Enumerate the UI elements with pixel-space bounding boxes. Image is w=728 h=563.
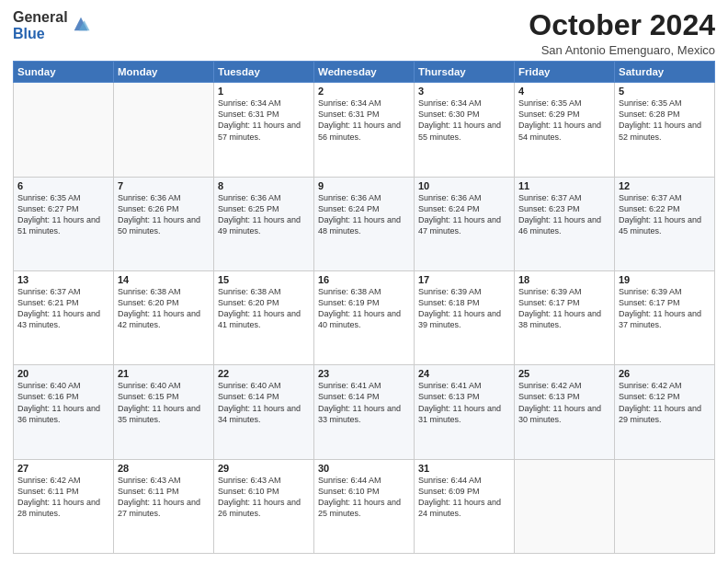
day-info: Sunrise: 6:37 AM Sunset: 6:21 PM Dayligh… [17, 286, 109, 331]
day-info: Sunrise: 6:38 AM Sunset: 6:19 PM Dayligh… [318, 286, 410, 331]
calendar-cell: 28Sunrise: 6:43 AM Sunset: 6:11 PM Dayli… [114, 459, 214, 553]
calendar-cell: 5Sunrise: 6:35 AM Sunset: 6:28 PM Daylig… [615, 83, 715, 177]
calendar-week-row: 1Sunrise: 6:34 AM Sunset: 6:31 PM Daylig… [14, 83, 715, 177]
logo-icon [71, 14, 91, 34]
day-number: 21 [118, 368, 210, 379]
day-number: 28 [118, 463, 210, 474]
logo: General Blue [13, 9, 91, 41]
day-number: 5 [619, 86, 711, 97]
calendar-cell: 4Sunrise: 6:35 AM Sunset: 6:29 PM Daylig… [515, 83, 615, 177]
day-info: Sunrise: 6:40 AM Sunset: 6:15 PM Dayligh… [118, 380, 210, 425]
day-info: Sunrise: 6:42 AM Sunset: 6:11 PM Dayligh… [17, 475, 109, 520]
calendar-cell [615, 459, 715, 553]
day-number: 10 [418, 180, 510, 191]
day-info: Sunrise: 6:36 AM Sunset: 6:24 PM Dayligh… [318, 192, 410, 237]
day-info: Sunrise: 6:34 AM Sunset: 6:30 PM Dayligh… [418, 98, 510, 143]
calendar-cell: 7Sunrise: 6:36 AM Sunset: 6:26 PM Daylig… [114, 177, 214, 270]
calendar-cell: 19Sunrise: 6:39 AM Sunset: 6:17 PM Dayli… [615, 270, 715, 364]
month-title: October 2024 [529, 9, 715, 41]
calendar-cell: 9Sunrise: 6:36 AM Sunset: 6:24 PM Daylig… [314, 177, 415, 270]
day-info: Sunrise: 6:39 AM Sunset: 6:17 PM Dayligh… [619, 286, 711, 331]
day-info: Sunrise: 6:38 AM Sunset: 6:20 PM Dayligh… [118, 286, 210, 331]
calendar-cell: 22Sunrise: 6:40 AM Sunset: 6:14 PM Dayli… [214, 365, 314, 459]
weekday-header: Saturday [615, 62, 715, 83]
day-number: 9 [318, 180, 410, 191]
day-number: 31 [418, 463, 510, 474]
day-info: Sunrise: 6:40 AM Sunset: 6:16 PM Dayligh… [17, 380, 109, 425]
day-info: Sunrise: 6:35 AM Sunset: 6:28 PM Dayligh… [619, 98, 711, 143]
calendar-header-row: SundayMondayTuesdayWednesdayThursdayFrid… [14, 62, 715, 83]
day-info: Sunrise: 6:34 AM Sunset: 6:31 PM Dayligh… [218, 98, 310, 143]
day-number: 26 [619, 368, 711, 379]
calendar-week-row: 6Sunrise: 6:35 AM Sunset: 6:27 PM Daylig… [14, 177, 715, 270]
title-area: October 2024 San Antonio Emenguaro, Mexi… [529, 9, 715, 57]
day-info: Sunrise: 6:44 AM Sunset: 6:09 PM Dayligh… [418, 475, 510, 520]
calendar-cell [14, 83, 114, 177]
day-number: 4 [518, 86, 610, 97]
calendar-cell: 25Sunrise: 6:42 AM Sunset: 6:13 PM Dayli… [515, 365, 615, 459]
day-number: 14 [118, 274, 210, 285]
day-number: 22 [218, 368, 310, 379]
day-number: 23 [318, 368, 410, 379]
logo-blue: Blue [13, 26, 68, 42]
day-info: Sunrise: 6:36 AM Sunset: 6:25 PM Dayligh… [218, 192, 310, 237]
calendar-cell: 11Sunrise: 6:37 AM Sunset: 6:23 PM Dayli… [515, 177, 615, 270]
calendar-cell: 20Sunrise: 6:40 AM Sunset: 6:16 PM Dayli… [14, 365, 114, 459]
day-info: Sunrise: 6:42 AM Sunset: 6:13 PM Dayligh… [518, 380, 610, 425]
calendar-cell: 31Sunrise: 6:44 AM Sunset: 6:09 PM Dayli… [415, 459, 515, 553]
weekday-header: Sunday [14, 62, 114, 83]
day-number: 8 [218, 180, 310, 191]
day-number: 20 [17, 368, 109, 379]
day-info: Sunrise: 6:39 AM Sunset: 6:17 PM Dayligh… [518, 286, 610, 331]
day-info: Sunrise: 6:36 AM Sunset: 6:26 PM Dayligh… [118, 192, 210, 237]
calendar-cell: 14Sunrise: 6:38 AM Sunset: 6:20 PM Dayli… [114, 270, 214, 364]
calendar-cell: 24Sunrise: 6:41 AM Sunset: 6:13 PM Dayli… [415, 365, 515, 459]
weekday-header: Monday [114, 62, 214, 83]
calendar-cell: 17Sunrise: 6:39 AM Sunset: 6:18 PM Dayli… [415, 270, 515, 364]
calendar-table: SundayMondayTuesdayWednesdayThursdayFrid… [13, 61, 715, 554]
day-info: Sunrise: 6:43 AM Sunset: 6:10 PM Dayligh… [218, 475, 310, 520]
header: General Blue October 2024 San Antonio Em… [13, 9, 715, 57]
calendar-cell: 23Sunrise: 6:41 AM Sunset: 6:14 PM Dayli… [314, 365, 415, 459]
calendar-cell: 12Sunrise: 6:37 AM Sunset: 6:22 PM Dayli… [615, 177, 715, 270]
day-number: 27 [17, 463, 109, 474]
calendar-cell: 18Sunrise: 6:39 AM Sunset: 6:17 PM Dayli… [515, 270, 615, 364]
day-number: 11 [518, 180, 610, 191]
weekday-header: Wednesday [314, 62, 415, 83]
calendar-cell: 6Sunrise: 6:35 AM Sunset: 6:27 PM Daylig… [14, 177, 114, 270]
calendar-week-row: 13Sunrise: 6:37 AM Sunset: 6:21 PM Dayli… [14, 270, 715, 364]
calendar-week-row: 27Sunrise: 6:42 AM Sunset: 6:11 PM Dayli… [14, 459, 715, 553]
day-info: Sunrise: 6:35 AM Sunset: 6:29 PM Dayligh… [518, 98, 610, 143]
calendar-cell: 13Sunrise: 6:37 AM Sunset: 6:21 PM Dayli… [14, 270, 114, 364]
calendar-cell: 2Sunrise: 6:34 AM Sunset: 6:31 PM Daylig… [314, 83, 415, 177]
calendar-cell: 10Sunrise: 6:36 AM Sunset: 6:24 PM Dayli… [415, 177, 515, 270]
day-number: 16 [318, 274, 410, 285]
calendar-cell: 30Sunrise: 6:44 AM Sunset: 6:10 PM Dayli… [314, 459, 415, 553]
calendar-cell: 8Sunrise: 6:36 AM Sunset: 6:25 PM Daylig… [214, 177, 314, 270]
weekday-header: Tuesday [214, 62, 314, 83]
calendar-cell: 1Sunrise: 6:34 AM Sunset: 6:31 PM Daylig… [214, 83, 314, 177]
day-info: Sunrise: 6:34 AM Sunset: 6:31 PM Dayligh… [318, 98, 410, 143]
day-info: Sunrise: 6:39 AM Sunset: 6:18 PM Dayligh… [418, 286, 510, 331]
day-number: 29 [218, 463, 310, 474]
calendar-cell: 15Sunrise: 6:38 AM Sunset: 6:20 PM Dayli… [214, 270, 314, 364]
day-number: 30 [318, 463, 410, 474]
day-number: 15 [218, 274, 310, 285]
day-info: Sunrise: 6:37 AM Sunset: 6:22 PM Dayligh… [619, 192, 711, 237]
day-info: Sunrise: 6:35 AM Sunset: 6:27 PM Dayligh… [17, 192, 109, 237]
day-number: 12 [619, 180, 711, 191]
day-info: Sunrise: 6:41 AM Sunset: 6:13 PM Dayligh… [418, 380, 510, 425]
day-info: Sunrise: 6:43 AM Sunset: 6:11 PM Dayligh… [118, 475, 210, 520]
calendar-cell: 3Sunrise: 6:34 AM Sunset: 6:30 PM Daylig… [415, 83, 515, 177]
calendar-cell: 16Sunrise: 6:38 AM Sunset: 6:19 PM Dayli… [314, 270, 415, 364]
day-number: 24 [418, 368, 510, 379]
day-number: 13 [17, 274, 109, 285]
day-number: 25 [518, 368, 610, 379]
day-info: Sunrise: 6:44 AM Sunset: 6:10 PM Dayligh… [318, 475, 410, 520]
calendar-cell [114, 83, 214, 177]
calendar-cell: 21Sunrise: 6:40 AM Sunset: 6:15 PM Dayli… [114, 365, 214, 459]
day-info: Sunrise: 6:41 AM Sunset: 6:14 PM Dayligh… [318, 380, 410, 425]
day-number: 1 [218, 86, 310, 97]
logo-general: General [13, 9, 68, 26]
day-number: 19 [619, 274, 711, 285]
